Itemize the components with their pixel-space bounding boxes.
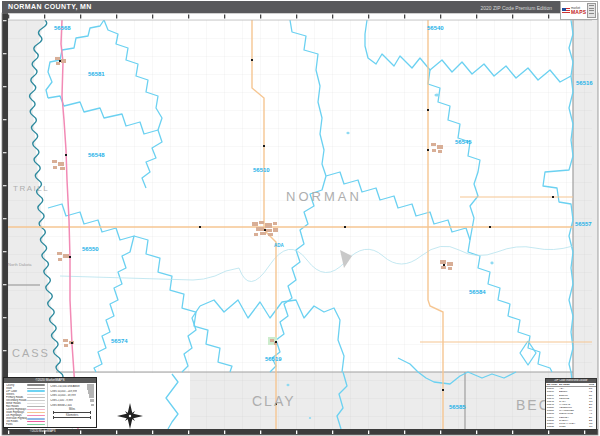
header-bar: NORMAN COUNTY, MN 2020 ZIP Code Premium … — [2, 1, 598, 13]
city-label-ada: ADA — [274, 244, 284, 249]
zip-index-table: ZIP Code Index/Grid Locator ZIP Code ZIP… — [545, 378, 597, 430]
zip-label-56545: 56545 — [455, 139, 472, 145]
legend-item-swatch — [27, 421, 45, 423]
logo-fineprint-box — [587, 3, 596, 18]
flag-icon — [562, 8, 570, 14]
zip-index-rows: 56510ADAD356516BEJOUH256519BORUPD656540F… — [546, 387, 596, 428]
legend-item-swatch — [27, 412, 45, 414]
legend-item-swatch — [27, 388, 45, 390]
zip-label-56510: 56510 — [253, 167, 270, 173]
legend-item-label: Parks — [6, 423, 27, 426]
zip-label-56519: 56519 — [265, 356, 282, 362]
zip-label-56550: 56550 — [82, 246, 99, 252]
legend-city-label: Cities 2,500 - 9,999 — [50, 399, 73, 402]
legend-item: Parks — [6, 423, 45, 426]
logo-brand-bottom: MAPS — [571, 10, 586, 15]
legend-city-label: Cities 10,000 - 49,999 — [50, 394, 75, 397]
zip-label-56568: 56568 — [54, 25, 71, 31]
zip-label-56548: 56548 — [88, 152, 105, 158]
city-size-icon — [91, 404, 94, 406]
county-label-norman: NORMAN — [286, 190, 362, 203]
legend-item-swatch — [27, 403, 45, 404]
zip-label-56585: 56585 — [449, 404, 466, 410]
county-label-cass: CASS — [12, 348, 50, 359]
map-page: NORMAN COUNTY, MN 2020 ZIP Code Premium … — [0, 0, 600, 436]
legend-city-label: Cities Below 2,500 — [50, 404, 71, 407]
legend-item-swatch — [27, 406, 45, 407]
state-label: North Dakota — [8, 263, 32, 267]
legend-city-label: Cities 50,000 - 249,999 — [50, 390, 77, 393]
attribution: ©2020 MarketMAPS — [30, 430, 56, 433]
city-size-icon — [90, 399, 94, 402]
col-grid: Grid — [589, 383, 596, 386]
scale-bar-miles — [53, 412, 91, 413]
map-svg — [0, 0, 600, 436]
legend-item-swatch — [27, 397, 45, 399]
zip-label-56516: 56516 — [576, 80, 593, 86]
legend-item-swatch — [27, 424, 45, 426]
legend-road-items: CountyStateZIP CodeStreetsPrimary RoadsS… — [4, 383, 47, 427]
county-label-traill: TRAILL — [13, 185, 49, 193]
legend-city-label: Cities 250,000 and Above — [50, 385, 80, 388]
col-zip-code: ZIP Code — [546, 383, 559, 386]
legend-item-swatch — [27, 400, 45, 401]
zip-index-row: 56585ULENG7 — [546, 425, 596, 428]
scale-bar-km — [53, 417, 91, 418]
zip-label-56581: 56581 — [88, 71, 105, 77]
legend-item-swatch — [27, 394, 45, 395]
col-zip-name: ZIP Name — [559, 383, 589, 386]
legend-city-item: Cities Below 2,500 — [50, 403, 94, 408]
marketmaps-logo: market MAPS — [560, 1, 598, 20]
city-size-icon — [89, 394, 94, 398]
zip-label-56584: 56584 — [469, 289, 486, 295]
page-title: NORMAN COUNTY, MN — [8, 3, 92, 10]
legend-city-items: Cities 250,000 and AboveCities 50,000 - … — [50, 385, 94, 408]
legend-item-swatch — [27, 409, 45, 411]
zip-label-56557: 56557 — [575, 221, 592, 227]
legend-box: ©2020 MarketMAPS CountyStateZIP CodeStre… — [3, 377, 97, 428]
zip-label-56574: 56574 — [111, 338, 128, 344]
zip-label-56540: 56540 — [427, 25, 444, 31]
legend-item-swatch — [27, 415, 45, 417]
edition-label: 2020 ZIP Code Premium Edition — [480, 5, 552, 11]
county-label-clay: CLAY — [252, 394, 296, 408]
